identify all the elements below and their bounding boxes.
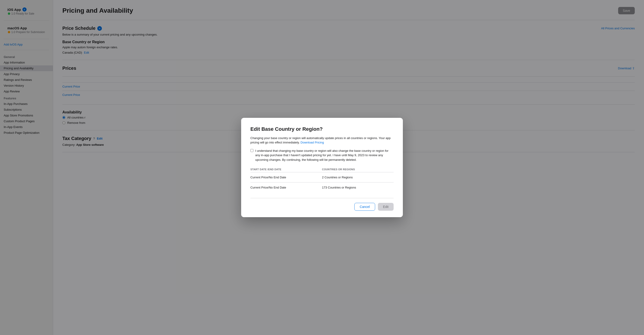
modal-checkbox-row: I understand that changing my base count… — [250, 148, 394, 162]
modal-footer: Cancel Edit — [250, 198, 394, 211]
modal-table-row-1: Current Price/No End Date 2 Countries or… — [250, 172, 394, 182]
modal-cancel-button[interactable]: Cancel — [354, 203, 375, 211]
modal-row2-countries: 173 Countries or Regions — [322, 182, 394, 193]
modal-checkbox[interactable] — [250, 149, 254, 152]
modal-row1-countries: 2 Countries or Regions — [322, 172, 394, 182]
modal-table: START DATE /END DATE COUNTRIES OR REGION… — [250, 166, 394, 192]
modal-row1-date: Current Price/No End Date — [250, 172, 322, 182]
modal-edit-button[interactable]: Edit — [378, 203, 394, 211]
modal-table-col2-header: COUNTRIES OR REGIONS — [322, 166, 394, 172]
modal-table-row-2: Current Price/No End Date 173 Countries … — [250, 182, 394, 193]
modal-checkbox-text: I understand that changing my base count… — [255, 148, 394, 162]
modal-table-col1-header: START DATE /END DATE — [250, 166, 322, 172]
modal-overlay[interactable]: Edit Base Country or Region? Changing yo… — [0, 0, 644, 335]
modal-dialog: Edit Base Country or Region? Changing yo… — [241, 118, 403, 218]
modal-download-pricing-link[interactable]: Download Pricing — [300, 141, 324, 144]
modal-title: Edit Base Country or Region? — [250, 126, 394, 132]
modal-row2-date: Current Price/No End Date — [250, 182, 322, 193]
modal-description: Changing your base country or region wil… — [250, 136, 394, 145]
